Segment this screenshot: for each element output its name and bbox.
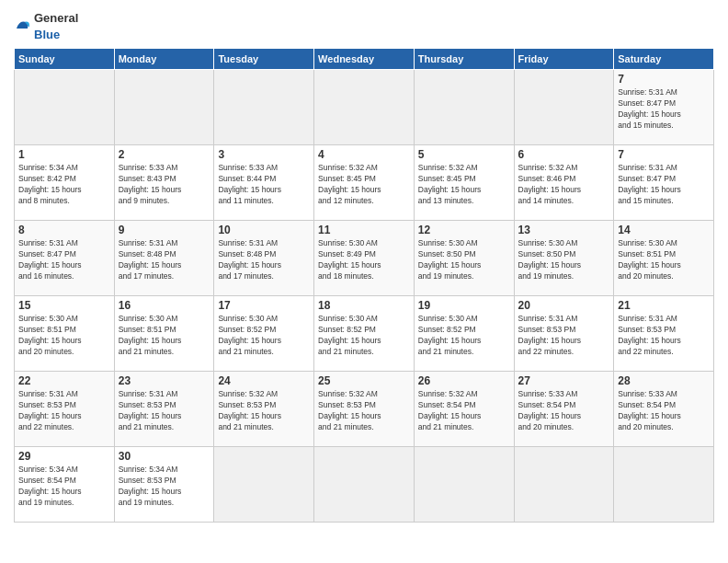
- calendar-cell: [314, 447, 415, 523]
- calendar-cell: [514, 447, 614, 523]
- header-cell-tuesday: Tuesday: [214, 49, 314, 70]
- day-number: 14: [618, 224, 710, 236]
- calendar-cell: 7Sunrise: 5:31 AM Sunset: 8:47 PM Daylig…: [614, 70, 714, 145]
- day-info: Sunrise: 5:32 AM Sunset: 8:45 PM Dayligh…: [318, 163, 410, 207]
- calendar-cell: [15, 70, 115, 145]
- day-info: Sunrise: 5:34 AM Sunset: 8:54 PM Dayligh…: [18, 465, 110, 509]
- day-number: 2: [119, 148, 210, 161]
- day-info: Sunrise: 5:31 AM Sunset: 8:53 PM Dayligh…: [119, 389, 210, 433]
- day-info: Sunrise: 5:31 AM Sunset: 8:53 PM Dayligh…: [518, 314, 610, 358]
- calendar-cell: 6Sunrise: 5:32 AM Sunset: 8:46 PM Daylig…: [514, 145, 614, 221]
- calendar-cell: 29Sunrise: 5:34 AM Sunset: 8:54 PM Dayli…: [15, 447, 115, 523]
- day-info: Sunrise: 5:31 AM Sunset: 8:48 PM Dayligh…: [119, 238, 210, 282]
- day-number: 6: [518, 148, 610, 161]
- day-number: 27: [518, 374, 610, 387]
- calendar-cell: 28Sunrise: 5:33 AM Sunset: 8:54 PM Dayli…: [614, 372, 714, 447]
- calendar-cell: 8Sunrise: 5:31 AM Sunset: 8:47 PM Daylig…: [15, 221, 115, 296]
- calendar-cell: [214, 70, 314, 145]
- day-number: 24: [218, 374, 310, 387]
- day-number: 1: [18, 148, 110, 161]
- calendar-cell: 15Sunrise: 5:30 AM Sunset: 8:51 PM Dayli…: [15, 296, 115, 372]
- calendar-cell: 11Sunrise: 5:30 AM Sunset: 8:49 PM Dayli…: [314, 221, 415, 296]
- calendar-cell: [114, 70, 214, 145]
- day-info: Sunrise: 5:30 AM Sunset: 8:52 PM Dayligh…: [318, 314, 410, 358]
- header-cell-monday: Monday: [114, 49, 214, 70]
- logo: General Blue: [14, 9, 78, 42]
- day-number: 12: [418, 224, 510, 236]
- page: General Blue SundayMondayTuesdayWednesda…: [0, 0, 728, 563]
- day-info: Sunrise: 5:31 AM Sunset: 8:53 PM Dayligh…: [18, 389, 110, 433]
- header-cell-saturday: Saturday: [614, 49, 714, 70]
- calendar-week-5: 29Sunrise: 5:34 AM Sunset: 8:54 PM Dayli…: [15, 447, 714, 523]
- day-info: Sunrise: 5:30 AM Sunset: 8:51 PM Dayligh…: [18, 314, 110, 358]
- calendar-cell: 22Sunrise: 5:31 AM Sunset: 8:53 PM Dayli…: [15, 372, 115, 447]
- calendar-cell: 26Sunrise: 5:32 AM Sunset: 8:54 PM Dayli…: [414, 372, 514, 447]
- calendar-cell: 9Sunrise: 5:31 AM Sunset: 8:48 PM Daylig…: [114, 221, 214, 296]
- day-info: Sunrise: 5:30 AM Sunset: 8:51 PM Dayligh…: [618, 238, 710, 282]
- calendar-week-3: 15Sunrise: 5:30 AM Sunset: 8:51 PM Dayli…: [15, 296, 714, 372]
- day-info: Sunrise: 5:31 AM Sunset: 8:47 PM Dayligh…: [618, 87, 710, 132]
- day-number: 3: [218, 148, 310, 161]
- logo-blue: Blue: [34, 28, 60, 41]
- calendar-header: SundayMondayTuesdayWednesdayThursdayFrid…: [15, 49, 714, 70]
- day-info: Sunrise: 5:32 AM Sunset: 8:53 PM Dayligh…: [218, 389, 310, 433]
- calendar-cell: 1Sunrise: 5:34 AM Sunset: 8:42 PM Daylig…: [15, 145, 115, 221]
- calendar-cell: 21Sunrise: 5:31 AM Sunset: 8:53 PM Dayli…: [614, 296, 714, 372]
- calendar-cell: 12Sunrise: 5:30 AM Sunset: 8:50 PM Dayli…: [414, 221, 514, 296]
- day-info: Sunrise: 5:31 AM Sunset: 8:47 PM Dayligh…: [618, 163, 710, 207]
- day-number: 17: [218, 299, 310, 312]
- day-number: 29: [18, 450, 110, 463]
- calendar-cell: 18Sunrise: 5:30 AM Sunset: 8:52 PM Dayli…: [314, 296, 415, 372]
- day-info: Sunrise: 5:33 AM Sunset: 8:44 PM Dayligh…: [218, 163, 310, 207]
- calendar-cell: 16Sunrise: 5:30 AM Sunset: 8:51 PM Dayli…: [114, 296, 214, 372]
- calendar-cell: 20Sunrise: 5:31 AM Sunset: 8:53 PM Dayli…: [514, 296, 614, 372]
- calendar-cell: 2Sunrise: 5:33 AM Sunset: 8:43 PM Daylig…: [114, 145, 214, 221]
- day-number: 20: [518, 299, 610, 312]
- calendar-table: SundayMondayTuesdayWednesdayThursdayFrid…: [14, 48, 714, 523]
- day-number: 19: [418, 299, 510, 312]
- logo-icon: [14, 17, 30, 34]
- day-number: 26: [418, 374, 510, 387]
- calendar-cell: [214, 447, 314, 523]
- day-info: Sunrise: 5:31 AM Sunset: 8:48 PM Dayligh…: [218, 238, 310, 282]
- calendar-cell: [414, 70, 514, 145]
- header-cell-sunday: Sunday: [15, 49, 115, 70]
- day-info: Sunrise: 5:34 AM Sunset: 8:42 PM Dayligh…: [18, 163, 110, 207]
- logo-general: General: [34, 11, 78, 25]
- calendar-week-4: 22Sunrise: 5:31 AM Sunset: 8:53 PM Dayli…: [15, 372, 714, 447]
- calendar-cell: [514, 70, 614, 145]
- calendar-cell: [414, 447, 514, 523]
- calendar-cell: [614, 447, 714, 523]
- day-info: Sunrise: 5:33 AM Sunset: 8:43 PM Dayligh…: [119, 163, 210, 207]
- calendar-week-0: 7Sunrise: 5:31 AM Sunset: 8:47 PM Daylig…: [15, 70, 714, 145]
- day-number: 22: [18, 374, 110, 387]
- header-cell-wednesday: Wednesday: [314, 49, 415, 70]
- header-cell-friday: Friday: [514, 49, 614, 70]
- day-info: Sunrise: 5:33 AM Sunset: 8:54 PM Dayligh…: [518, 389, 610, 433]
- logo-text: General Blue: [34, 9, 78, 42]
- day-info: Sunrise: 5:32 AM Sunset: 8:54 PM Dayligh…: [418, 389, 510, 433]
- day-info: Sunrise: 5:30 AM Sunset: 8:50 PM Dayligh…: [518, 238, 610, 282]
- calendar-cell: 23Sunrise: 5:31 AM Sunset: 8:53 PM Dayli…: [114, 372, 214, 447]
- day-number: 10: [218, 224, 310, 236]
- day-info: Sunrise: 5:31 AM Sunset: 8:47 PM Dayligh…: [18, 238, 110, 282]
- calendar-cell: 4Sunrise: 5:32 AM Sunset: 8:45 PM Daylig…: [314, 145, 415, 221]
- calendar-cell: 10Sunrise: 5:31 AM Sunset: 8:48 PM Dayli…: [214, 221, 314, 296]
- calendar-cell: 30Sunrise: 5:34 AM Sunset: 8:53 PM Dayli…: [114, 447, 214, 523]
- header-cell-thursday: Thursday: [414, 49, 514, 70]
- day-number: 4: [318, 148, 410, 161]
- calendar-cell: 14Sunrise: 5:30 AM Sunset: 8:51 PM Dayli…: [614, 221, 714, 296]
- calendar-body: 7Sunrise: 5:31 AM Sunset: 8:47 PM Daylig…: [15, 70, 714, 523]
- calendar-cell: 17Sunrise: 5:30 AM Sunset: 8:52 PM Dayli…: [214, 296, 314, 372]
- calendar-cell: [314, 70, 415, 145]
- calendar-week-2: 8Sunrise: 5:31 AM Sunset: 8:47 PM Daylig…: [15, 221, 714, 296]
- day-number: 18: [318, 299, 410, 312]
- day-info: Sunrise: 5:30 AM Sunset: 8:52 PM Dayligh…: [218, 314, 310, 358]
- day-number: 23: [119, 374, 210, 387]
- day-number: 7: [618, 148, 710, 161]
- day-number: 9: [119, 224, 210, 236]
- day-number: 25: [318, 374, 410, 387]
- day-info: Sunrise: 5:30 AM Sunset: 8:52 PM Dayligh…: [418, 314, 510, 358]
- day-number: 28: [618, 374, 710, 387]
- day-number: 21: [618, 299, 710, 312]
